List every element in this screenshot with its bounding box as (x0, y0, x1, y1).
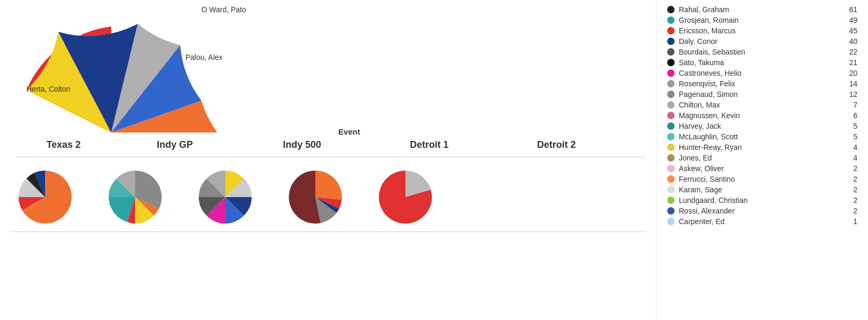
main-content: O Ward, Pato Palou, Alex Herta, Colton E… (0, 0, 656, 320)
top-chart-area: O Ward, Pato Palou, Alex Herta, Colton (11, 5, 645, 122)
legend-dot (667, 69, 675, 77)
legend-item: Daly, Conor 40 (667, 37, 857, 46)
legend-value: 4 (853, 154, 857, 162)
legend-value: 7 (853, 101, 857, 109)
legend-name: Lundgaard, Christian (679, 196, 848, 205)
legend-name: Ferrucci, Santino (679, 175, 848, 183)
legend-item: Ferrucci, Santino 2 (667, 175, 857, 183)
legend-value: 2 (853, 207, 857, 215)
legend-name: Hunter-Reay, Ryan (679, 143, 848, 152)
legend-item: Bourdais, Sebastien 22 (667, 48, 857, 56)
legend-dot (667, 101, 675, 109)
legend-dot (667, 165, 675, 172)
legend-item: Karam, Sage 2 (667, 185, 857, 194)
legend-dot (667, 27, 675, 34)
legend-name: Carpenter, Ed (679, 217, 848, 226)
legend-name: Rossi, Alexander (679, 207, 848, 215)
pie-detroit1 (286, 168, 344, 226)
legend-name: Bourdais, Sebastien (679, 48, 844, 56)
bottom-divider (11, 232, 645, 232)
legend-dot (667, 112, 675, 119)
legend-name: Rahal, Graham (679, 5, 844, 14)
legend-value: 4 (853, 143, 857, 152)
legend-value: 2 (853, 164, 857, 173)
legend-item: Pagenaud, Simon 12 (667, 90, 857, 99)
legend-item: Rahal, Graham 61 (667, 5, 857, 14)
legend-name: Askew, Oliver (679, 164, 848, 173)
pie-indy500 (196, 168, 254, 226)
legend-name: Chilton, Max (679, 101, 848, 109)
label-palou: Palou, Alex (185, 53, 223, 61)
legend-dot (667, 144, 675, 151)
legend-dot (667, 186, 675, 193)
event-indy500: Indy 500 (238, 139, 366, 153)
legend-value: 6 (853, 111, 857, 120)
legend-name: Rosenqvist, Felix (679, 79, 844, 88)
label-herta: Herta, Colton (26, 85, 70, 93)
legend-name: Jones, Ed (679, 154, 848, 162)
legend-dot (667, 38, 675, 45)
legend-item: Lundgaard, Christian 2 (667, 196, 857, 205)
legend-value: 21 (849, 58, 857, 67)
legend-name: Karam, Sage (679, 185, 848, 194)
legend-name: McLaughlin, Scott (679, 132, 848, 141)
legend-dot (667, 59, 675, 66)
legend-value: 1 (853, 217, 857, 226)
event-detroit2: Detroit 2 (493, 139, 620, 153)
legend-name: Ericsson, Marcus (679, 26, 844, 35)
legend-value: 2 (853, 185, 857, 194)
small-pies-row (16, 168, 645, 226)
pie-indygp (106, 168, 164, 226)
legend-value: 2 (853, 196, 857, 205)
legend-panel: Rahal, Graham 61 Grosjean, Romain 49 Eri… (656, 0, 868, 320)
legend-dot (667, 91, 675, 98)
legend-name: Daly, Conor (679, 37, 844, 46)
legend-item: Harvey, Jack 5 (667, 122, 857, 130)
legend-name: Sato, Takuma (679, 58, 844, 67)
legend-value: 12 (849, 90, 857, 99)
legend-value: 5 (853, 122, 857, 130)
legend-dot (667, 133, 675, 140)
legend-name: Castroneves, Helio (679, 69, 844, 77)
legend-item: McLaughlin, Scott 5 (667, 132, 857, 141)
legend-dot (667, 154, 675, 162)
legend-item: Hunter-Reay, Ryan 4 (667, 143, 857, 152)
label-o-ward: O Ward, Pato (201, 5, 246, 14)
legend-dot (667, 122, 675, 130)
event-indygp: Indy GP (111, 139, 238, 153)
legend-item: Sato, Takuma 21 (667, 58, 857, 67)
legend-dot (667, 48, 675, 56)
legend-value: 2 (853, 175, 857, 183)
legend-item: Carpenter, Ed 1 (667, 217, 857, 226)
legend-item: Jones, Ed 4 (667, 154, 857, 162)
legend-item: Rosenqvist, Felix 14 (667, 79, 857, 88)
legend-dot (667, 207, 675, 215)
big-pie-container (0, 0, 228, 134)
legend-value: 20 (849, 69, 857, 77)
legend-name: Grosjean, Romain (679, 16, 844, 24)
event-detroit1: Detroit 1 (366, 139, 493, 153)
legend-dot (667, 80, 675, 87)
legend-item: Castroneves, Helio 20 (667, 69, 857, 77)
legend-name: Pagenaud, Simon (679, 90, 844, 99)
event-texas2: Texas 2 (16, 139, 111, 153)
legend-item: Chilton, Max 7 (667, 101, 857, 109)
legend-name: Harvey, Jack (679, 122, 848, 130)
pie-detroit2 (376, 168, 435, 226)
legend-value: 40 (849, 37, 857, 46)
legend-value: 49 (849, 16, 857, 24)
legend-item: Grosjean, Romain 49 (667, 16, 857, 24)
legend-item: Rossi, Alexander 2 (667, 207, 857, 215)
pie-texas2 (16, 168, 74, 226)
legend-value: 45 (849, 26, 857, 35)
legend-dot (667, 16, 675, 24)
legend-value: 22 (849, 48, 857, 56)
legend-value: 61 (849, 5, 857, 14)
event-names-row: Texas 2 Indy GP Indy 500 Detroit 1 Detro… (16, 139, 645, 157)
legend-item: Askew, Oliver 2 (667, 164, 857, 173)
legend-item: Magnussen, Kevin 6 (667, 111, 857, 120)
legend-name: Magnussen, Kevin (679, 111, 848, 120)
legend-item: Ericsson, Marcus 45 (667, 26, 857, 35)
legend-dot (667, 197, 675, 204)
legend-value: 14 (849, 79, 857, 88)
